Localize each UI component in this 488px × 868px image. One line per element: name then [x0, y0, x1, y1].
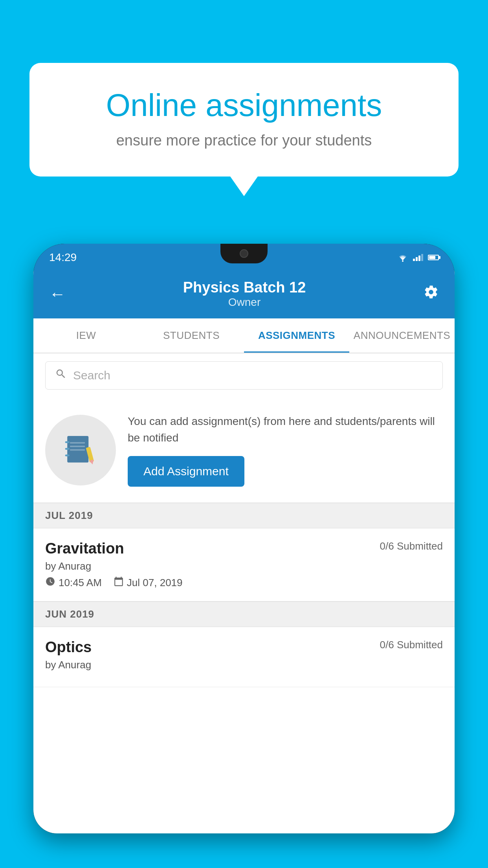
svg-rect-4	[65, 454, 70, 456]
status-bar: 14:29	[33, 244, 455, 271]
promo-icon-circle	[45, 415, 116, 485]
status-time: 14:29	[49, 251, 77, 264]
optics-header-row: Optics 0/6 Submitted	[45, 639, 443, 656]
promo-text-section: You can add assignment(s) from here and …	[128, 413, 443, 487]
clock-icon	[45, 576, 55, 589]
svg-rect-3	[65, 448, 70, 450]
settings-button[interactable]	[423, 284, 439, 304]
assignment-time: 10:45 AM	[45, 576, 102, 589]
svg-rect-6	[70, 445, 85, 447]
assignment-item-gravitation[interactable]: Gravitation 0/6 Submitted by Anurag 10:4…	[33, 528, 455, 601]
speech-bubble-subtitle: ensure more practice for your students	[61, 132, 427, 149]
assignment-promo: You can add assignment(s) from here and …	[33, 397, 455, 503]
notebook-icon	[63, 432, 98, 468]
assignment-meta: 10:45 AM Jul 07, 2019	[45, 576, 443, 589]
gear-icon	[423, 284, 439, 300]
battery-icon	[428, 255, 439, 260]
speech-bubble-title: Online assignments	[61, 86, 427, 124]
search-input-wrapper[interactable]: Search	[45, 361, 443, 390]
search-placeholder: Search	[73, 369, 110, 382]
front-camera	[240, 249, 248, 258]
header-title-section: Physics Batch 12 Owner	[183, 279, 306, 309]
svg-rect-5	[70, 442, 85, 443]
svg-rect-7	[70, 449, 85, 450]
assignment-submitted: 0/6 Submitted	[380, 540, 443, 552]
section-header-jun: JUN 2019	[33, 601, 455, 627]
assignment-date: Jul 07, 2019	[114, 576, 183, 589]
assignment-date-value: Jul 07, 2019	[127, 577, 183, 589]
speech-bubble-arrow	[230, 177, 258, 196]
search-container: Search	[33, 353, 455, 397]
tab-students[interactable]: STUDENTS	[139, 318, 244, 353]
optics-title: Optics	[45, 639, 92, 656]
tabs-container: IEW STUDENTS ASSIGNMENTS ANNOUNCEMENTS	[33, 318, 455, 353]
svg-rect-2	[65, 441, 70, 443]
page-background: Online assignments ensure more practice …	[0, 0, 488, 868]
back-button[interactable]: ←	[49, 285, 66, 303]
phone-container: 14:29	[33, 244, 455, 868]
tab-assignments[interactable]: ASSIGNMENTS	[244, 318, 349, 353]
svg-point-0	[402, 260, 404, 262]
add-assignment-button[interactable]: Add Assignment	[128, 456, 244, 487]
header-subtitle: Owner	[183, 296, 306, 309]
assignment-time-value: 10:45 AM	[59, 577, 102, 589]
speech-bubble: Online assignments ensure more practice …	[29, 63, 459, 177]
assignment-title: Gravitation	[45, 540, 124, 557]
search-icon	[55, 368, 67, 383]
assignment-header-row: Gravitation 0/6 Submitted	[45, 540, 443, 557]
app-screen: ← Physics Batch 12 Owner IEW	[33, 271, 455, 833]
tab-iew[interactable]: IEW	[33, 318, 139, 353]
assignment-by: by Anurag	[45, 560, 443, 572]
wifi-icon	[397, 253, 408, 262]
calendar-icon	[114, 576, 124, 589]
speech-bubble-container: Online assignments ensure more practice …	[29, 63, 459, 196]
phone-frame: 14:29	[33, 244, 455, 833]
assignment-item-optics[interactable]: Optics 0/6 Submitted by Anurag	[33, 627, 455, 687]
optics-by: by Anurag	[45, 659, 443, 671]
optics-submitted: 0/6 Submitted	[380, 639, 443, 651]
signal-icon	[413, 254, 423, 261]
app-header: ← Physics Batch 12 Owner	[33, 271, 455, 318]
promo-description: You can add assignment(s) from here and …	[128, 413, 443, 446]
header-title: Physics Batch 12	[183, 279, 306, 296]
section-header-jul: JUL 2019	[33, 503, 455, 528]
status-icons	[397, 253, 439, 262]
phone-notch	[220, 244, 268, 263]
tab-announcements[interactable]: ANNOUNCEMENTS	[349, 318, 455, 353]
